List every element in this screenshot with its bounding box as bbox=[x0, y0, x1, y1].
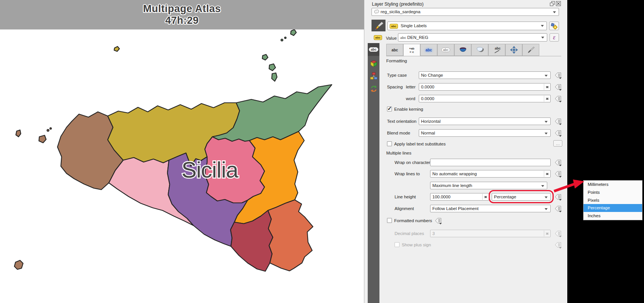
placement-tab-icon bbox=[509, 46, 519, 54]
decimal-places-value: 3 bbox=[432, 231, 435, 236]
island-egadi-dot-2 bbox=[50, 128, 51, 129]
atlas-timer: 47h:29 bbox=[165, 15, 199, 26]
data-defined-override-button[interactable] bbox=[554, 170, 562, 178]
labels-mode-select[interactable]: abc Single Labels bbox=[387, 22, 547, 30]
show-plus-label: Show plus sign bbox=[402, 243, 431, 247]
menu-item-millimeters[interactable]: Millimeters bbox=[584, 181, 642, 189]
shadow-tab-icon bbox=[475, 46, 485, 54]
data-defined-override-button[interactable] bbox=[554, 241, 562, 249]
tab-mask[interactable]: abc bbox=[437, 44, 454, 56]
word-spacing-value: 0.0000 bbox=[421, 96, 434, 101]
tab-buffer[interactable]: abc bbox=[420, 44, 437, 56]
sidebar-history-icon[interactable] bbox=[368, 82, 379, 95]
decimal-places-label: Decimal places bbox=[395, 231, 424, 236]
layer-selector[interactable]: reg_sicilia_sardegna bbox=[372, 8, 559, 16]
data-defined-override-button[interactable] bbox=[554, 205, 562, 212]
value-label: Value bbox=[386, 36, 397, 40]
island-aeolian-2 bbox=[269, 64, 276, 71]
tab-rendering[interactable] bbox=[522, 44, 539, 56]
enable-kerning-checkbox[interactable]: ✓ bbox=[387, 107, 392, 111]
symbology-mode-button[interactable] bbox=[372, 20, 385, 31]
menu-item-pixels[interactable]: Pixels bbox=[584, 196, 642, 204]
island-egadi-1 bbox=[16, 130, 21, 137]
formatting-heading: Formatting bbox=[386, 59, 407, 63]
letter-label: letter bbox=[406, 85, 416, 89]
type-case-value: No Change bbox=[421, 73, 443, 77]
expression-builder-button[interactable]: ε bbox=[550, 33, 559, 42]
substitutes-ellipsis-button[interactable]: … bbox=[553, 140, 562, 147]
atlas-title-bar: Multipage Atlas 47h:29 bbox=[0, 0, 364, 29]
sidebar-3d-icon[interactable] bbox=[368, 57, 379, 70]
data-defined-override-button[interactable] bbox=[554, 95, 562, 102]
tab-callouts[interactable]: abc bbox=[488, 44, 505, 56]
data-defined-override-button[interactable] bbox=[554, 71, 562, 79]
tab-underline bbox=[386, 56, 561, 56]
menu-item-inches[interactable]: Inches bbox=[584, 212, 642, 220]
wrap-lines-spinner[interactable] bbox=[544, 171, 550, 177]
wrap-char-input[interactable] bbox=[430, 159, 551, 166]
close-icon[interactable] bbox=[556, 1, 561, 6]
type-case-select[interactable]: No Change bbox=[419, 71, 551, 79]
value-tag-icon: abc bbox=[374, 35, 382, 40]
text-tab-icon: abc bbox=[392, 48, 398, 52]
max-line-length-value: Maximum line length bbox=[432, 183, 472, 188]
text-orientation-value: Horizontal bbox=[421, 119, 441, 124]
formatted-numbers-checkbox[interactable] bbox=[387, 218, 392, 223]
menu-item-points[interactable]: Points bbox=[584, 189, 642, 196]
data-defined-icon bbox=[554, 205, 562, 212]
max-line-length-select[interactable]: Maximum line length bbox=[430, 182, 547, 189]
data-defined-override-button[interactable] bbox=[554, 129, 562, 137]
rendering-tab-icon bbox=[526, 46, 536, 54]
tab-background[interactable] bbox=[454, 44, 471, 56]
wrap-lines-input[interactable]: No automatic wrapping bbox=[430, 170, 551, 178]
alignment-select[interactable]: Follow Label Placement bbox=[430, 205, 551, 212]
live-update-button[interactable] bbox=[549, 22, 559, 30]
line-height-label: Line height bbox=[395, 195, 416, 199]
data-defined-icon bbox=[554, 117, 562, 125]
alignment-label: Alignment bbox=[395, 206, 414, 211]
line-height-spinner[interactable] bbox=[482, 194, 488, 200]
data-defined-override-button[interactable] bbox=[554, 83, 562, 91]
sidebar-diagram-icon[interactable] bbox=[368, 70, 379, 82]
text-orientation-label: Text orientation bbox=[387, 119, 416, 124]
letter-spinner[interactable] bbox=[544, 84, 550, 90]
value-field: DEN_REG bbox=[407, 35, 429, 40]
apply-substitutes-checkbox[interactable] bbox=[387, 141, 392, 146]
line-height-value: 100.0000 bbox=[432, 195, 450, 199]
text-orientation-select[interactable]: Horizontal bbox=[419, 117, 551, 125]
data-defined-icon bbox=[554, 129, 562, 137]
menu-item-percentage[interactable]: Percentage bbox=[584, 204, 642, 212]
abc-prefix-icon: abc bbox=[400, 36, 406, 40]
sidebar-labels-icon[interactable]: abc bbox=[368, 43, 379, 56]
tab-text[interactable]: abc bbox=[386, 44, 403, 56]
data-defined-override-button[interactable] bbox=[554, 230, 562, 237]
tab-placement[interactable] bbox=[505, 44, 522, 56]
island-aeolian-dot-1 bbox=[281, 39, 283, 41]
ellipsis-label: … bbox=[556, 141, 560, 146]
highlight-rectangle-annotation bbox=[489, 190, 554, 203]
blend-mode-select[interactable]: Normal bbox=[419, 129, 551, 137]
island-pelagie bbox=[14, 260, 23, 269]
word-spacing-input[interactable]: 0.0000 bbox=[419, 95, 551, 102]
decimal-places-input: 3 bbox=[430, 230, 551, 237]
panel-side-toolbar: abc bbox=[368, 43, 379, 303]
show-plus-checkbox bbox=[395, 242, 399, 247]
screenshot-root: Sicilia Multipage Atlas 47h:29 Layer Sty… bbox=[0, 0, 644, 303]
letter-spacing-input[interactable]: 0.0000 bbox=[419, 83, 551, 91]
labels-mode-value: Single Labels bbox=[401, 23, 427, 28]
value-expression-select[interactable]: abcDEN_REG bbox=[398, 33, 547, 42]
atlas-title: Multipage Atlas bbox=[143, 3, 221, 15]
data-defined-override-button[interactable] bbox=[434, 217, 443, 224]
layer-styling-panel: Layer Styling (predefinito) reg_sicilia_… bbox=[364, 0, 567, 303]
formatted-numbers-label: Formatted numbers bbox=[394, 218, 432, 223]
tab-shadow[interactable] bbox=[471, 44, 488, 56]
data-defined-icon bbox=[554, 170, 562, 178]
island-egadi-2 bbox=[39, 135, 46, 143]
data-defined-override-button[interactable] bbox=[554, 159, 562, 166]
word-spinner[interactable] bbox=[544, 96, 550, 102]
tab-formatting[interactable]: +ab< c bbox=[403, 44, 420, 56]
line-height-input[interactable]: 100.0000 bbox=[430, 193, 489, 201]
data-defined-override-button[interactable] bbox=[554, 117, 562, 125]
undock-icon[interactable] bbox=[550, 1, 555, 6]
data-defined-icon bbox=[554, 95, 562, 102]
